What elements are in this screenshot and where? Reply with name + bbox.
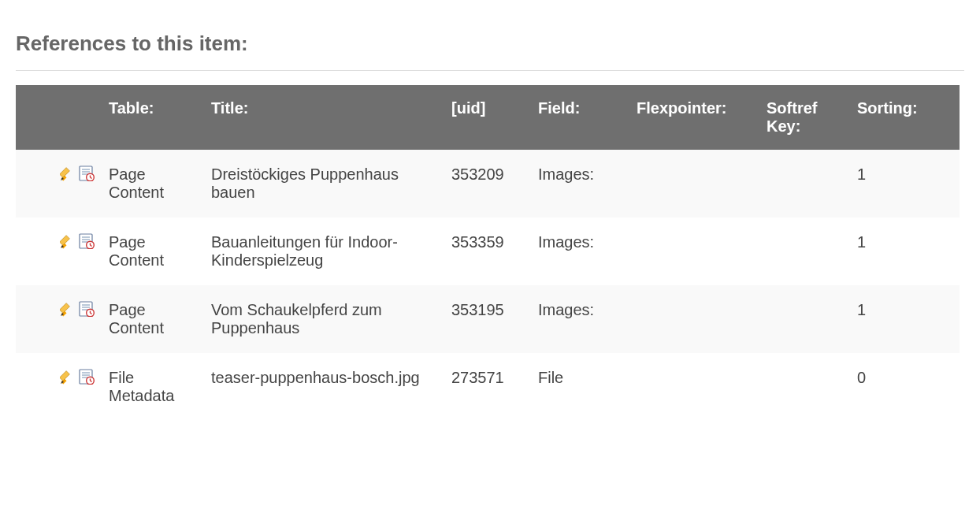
cell-sorting: 1: [851, 150, 960, 218]
cell-table: File Metadata: [102, 353, 205, 421]
cell-sorting: 0: [851, 353, 960, 421]
references-table: Table: Title: [uid] Field: Flexpointer: …: [16, 85, 960, 421]
cell-uid: 273571: [445, 353, 532, 421]
th-flexpointer: Flexpointer:: [630, 85, 760, 150]
cell-table: Page Content: [102, 150, 205, 218]
cell-field: Images:: [532, 285, 630, 353]
history-icon[interactable]: [79, 301, 95, 321]
cell-softref: [760, 285, 851, 353]
divider: [16, 70, 964, 71]
table-row: File Metadatateaser-puppenhaus-bosch.jpg…: [16, 353, 960, 421]
cell-softref: [760, 218, 851, 285]
actions-cell: [16, 218, 102, 285]
cell-softref: [760, 353, 851, 421]
history-icon[interactable]: [79, 369, 95, 389]
cell-uid: 353209: [445, 150, 532, 218]
cell-flexpointer: [630, 285, 760, 353]
actions-cell: [16, 285, 102, 353]
cell-title: Vom Schaukelpferd zum Puppenhaus: [205, 285, 445, 353]
table-row: Page ContentVom Schaukelpferd zum Puppen…: [16, 285, 960, 353]
history-icon[interactable]: [79, 233, 95, 253]
cell-title: Bauanleitungen für Indoor-Kinderspielzeu…: [205, 218, 445, 285]
edit-icon[interactable]: [60, 165, 76, 185]
cell-title: teaser-puppenhaus-bosch.jpg: [205, 353, 445, 421]
cell-sorting: 1: [851, 285, 960, 353]
th-actions: [16, 85, 102, 150]
th-softref: Softref Key:: [760, 85, 851, 150]
edit-icon[interactable]: [60, 301, 76, 321]
cell-uid: 353359: [445, 218, 532, 285]
actions-cell: [16, 353, 102, 421]
edit-icon[interactable]: [60, 233, 76, 253]
cell-title: Dreistöckiges Puppenhaus bauen: [205, 150, 445, 218]
table-row: Page ContentDreistöckiges Puppenhaus bau…: [16, 150, 960, 218]
table-header-row: Table: Title: [uid] Field: Flexpointer: …: [16, 85, 960, 150]
th-table: Table:: [102, 85, 205, 150]
cell-field: File: [532, 353, 630, 421]
actions-cell: [16, 150, 102, 218]
cell-table: Page Content: [102, 285, 205, 353]
cell-sorting: 1: [851, 218, 960, 285]
table-row: Page ContentBauanleitungen für Indoor-Ki…: [16, 218, 960, 285]
cell-field: Images:: [532, 150, 630, 218]
th-uid: [uid]: [445, 85, 532, 150]
section-title: References to this item:: [16, 32, 964, 56]
th-title: Title:: [205, 85, 445, 150]
history-icon[interactable]: [79, 165, 95, 185]
cell-softref: [760, 150, 851, 218]
cell-uid: 353195: [445, 285, 532, 353]
cell-flexpointer: [630, 150, 760, 218]
cell-flexpointer: [630, 218, 760, 285]
cell-flexpointer: [630, 353, 760, 421]
th-field: Field:: [532, 85, 630, 150]
th-sorting: Sorting:: [851, 85, 960, 150]
cell-field: Images:: [532, 218, 630, 285]
cell-table: Page Content: [102, 218, 205, 285]
edit-icon[interactable]: [60, 369, 76, 389]
